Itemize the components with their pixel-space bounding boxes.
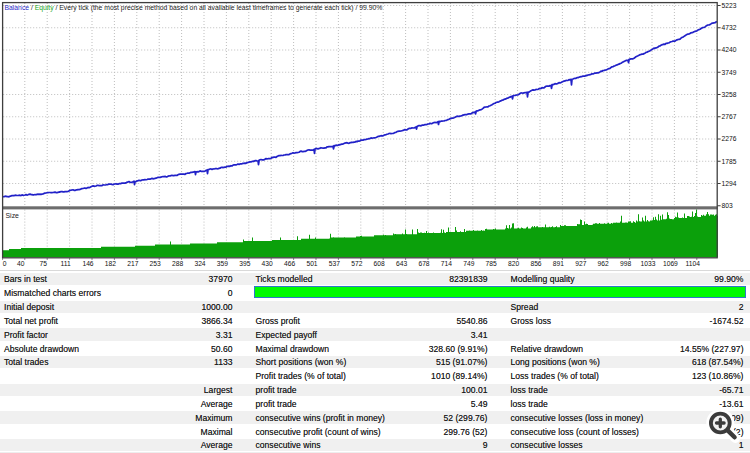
svg-text:891: 891: [553, 260, 564, 266]
svg-text:643: 643: [396, 260, 407, 266]
svg-text:572: 572: [351, 260, 362, 266]
svg-text:4240: 4240: [722, 46, 737, 53]
svg-text:537: 537: [329, 260, 340, 266]
svg-text:324: 324: [194, 260, 205, 266]
svg-text:856: 856: [530, 260, 541, 266]
svg-text:608: 608: [374, 260, 385, 266]
svg-text:962: 962: [598, 260, 609, 266]
svg-text:998: 998: [620, 260, 631, 266]
svg-text:3749: 3749: [722, 69, 737, 76]
svg-text:359: 359: [217, 260, 228, 266]
svg-text:395: 395: [239, 260, 250, 266]
svg-text:5223: 5223: [722, 2, 737, 9]
svg-text:430: 430: [262, 260, 273, 266]
svg-text:501: 501: [306, 260, 317, 266]
svg-text:820: 820: [508, 260, 519, 266]
svg-text:678: 678: [418, 260, 429, 266]
svg-text:Size: Size: [6, 212, 20, 219]
svg-text:2276: 2276: [722, 135, 737, 142]
svg-text:3258: 3258: [722, 91, 737, 98]
svg-text:785: 785: [486, 260, 497, 266]
svg-text:2767: 2767: [722, 113, 737, 120]
svg-text:288: 288: [172, 260, 183, 266]
svg-text:1294: 1294: [722, 180, 737, 187]
svg-text:217: 217: [127, 260, 138, 266]
svg-text:1069: 1069: [663, 260, 678, 266]
svg-text:1033: 1033: [641, 260, 656, 266]
svg-text:1785: 1785: [722, 158, 737, 165]
svg-text:803: 803: [722, 202, 733, 209]
svg-text:466: 466: [284, 260, 295, 266]
svg-text:40: 40: [17, 260, 25, 266]
svg-text:146: 146: [82, 260, 93, 266]
svg-text:0: 0: [3, 260, 7, 266]
svg-text:1104: 1104: [686, 260, 701, 266]
svg-text:75: 75: [39, 260, 47, 266]
svg-text:4732: 4732: [722, 24, 737, 31]
svg-text:182: 182: [105, 260, 116, 266]
svg-text:111: 111: [61, 260, 71, 266]
svg-text:749: 749: [463, 260, 474, 266]
svg-text:Balance / Equity / Every tick: Balance / Equity / Every tick (the most …: [5, 4, 383, 12]
svg-text:253: 253: [150, 260, 161, 266]
svg-text:927: 927: [575, 260, 586, 266]
svg-text:714: 714: [441, 260, 452, 266]
